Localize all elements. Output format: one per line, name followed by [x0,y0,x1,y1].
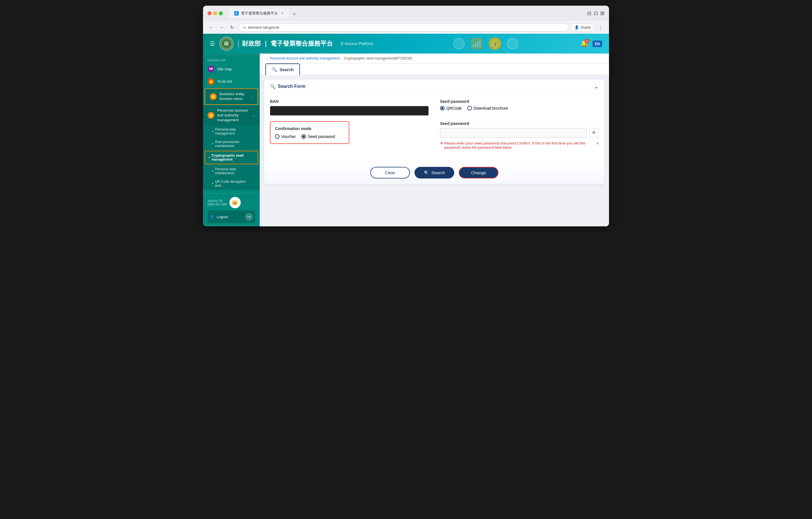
language-button[interactable]: EN [592,40,602,47]
header-logo-image: 🏛 [220,36,234,51]
active-tab[interactable]: E 電子發票整合服務平台 × [230,8,289,18]
breadcrumb: ::: Personnel account and authority mana… [260,54,609,63]
refresh-button[interactable]: ↻ [228,24,236,31]
search-form-collapse-button[interactable]: ⌄ [594,83,599,90]
header-title-en: E-Invoice Platform [341,41,373,46]
business-chevron-icon: › [252,95,253,99]
submenu-role-permission-label: Role permission maintenance [215,140,255,148]
guest-button[interactable]: 👤 Guest [571,24,594,31]
confirmation-mode-label: Confirmation mode [275,126,344,131]
qrcode-radio-option[interactable]: QRCode [440,106,462,111]
sidebar-submenu-personal-data[interactable]: • Personal data management [203,125,260,138]
deco-wifi-icon: 📶 [470,38,483,50]
service-tel-number: 0800-521-988 [207,203,227,206]
password-toggle-button[interactable]: 👁 [589,128,599,138]
logout-button[interactable]: 👤 Logout ↪ [207,211,255,223]
seed-password-radio-option[interactable]: Seed password [301,134,335,139]
forward-button[interactable]: → [218,24,226,31]
breadcrumb-parent-link[interactable]: Personnel account and authority manageme… [270,56,340,60]
tab-title: 電子發票整合服務平台 [241,11,278,16]
submenu-dot-2: • [212,142,213,146]
voucher-radio-button[interactable] [275,134,280,139]
header-menu-button[interactable]: ☰ [210,40,215,47]
seed-password-input-row: 👁 [440,128,599,138]
seed-password-type-label: Seed password [440,99,599,104]
breadcrumb-prefix: ::: [265,56,268,60]
sidebar-submenu-personal-data2[interactable]: • Personal data maintenance [203,165,260,177]
download-radio-option[interactable]: Download brochure [467,106,508,111]
confirmation-options: Voucher Seed password [275,134,344,139]
submenu-dot-4: • [212,169,213,173]
window-minimize-button[interactable]: ⊟ [587,10,591,17]
submenu-dot-5: • [212,182,213,186]
browser-titlebar: E 電子發票整合服務平台 × + ⊟ ⊡ ⊠ [203,6,609,21]
sitemap-icon: 🗺 [207,66,214,72]
sidebar-item-business-entity[interactable]: ⭐ Business entity function menu › [205,88,258,105]
search-tab-label: Search [280,67,294,72]
close-traffic-light[interactable] [207,11,211,15]
breadcrumb-separator: / [341,56,342,60]
voucher-radio-option[interactable]: Voucher [275,134,296,139]
tab-bar: E 電子發票整合服務平台 × + [225,8,585,18]
notice-text: Please enter your seed password and pres… [444,141,595,150]
sidebar-submenu-crypto-seed[interactable]: • Cryptographic seed management [205,151,258,164]
submenu-qr-decode-label: QR Code decryption and... [215,180,255,187]
confirmation-mode-box: Confirmation mode Voucher Se [270,121,349,144]
qrcode-radio-button[interactable] [440,106,444,111]
header-title-cn: 財政部 ｜ 電子發票整合服務平台 [238,39,333,48]
notification-button[interactable]: 🔔 0 [580,40,588,47]
header-actions: 🔔 0 EN [580,40,602,47]
ban-input[interactable] [270,106,429,116]
tab-close-button[interactable]: × [280,11,285,16]
sidebar-bottom: Service Tel 0800-521-988 🐱 👤 Logout ↪ [203,193,260,226]
change-button[interactable]: Change [459,167,498,179]
header-decorations: 📶 💰 [453,34,518,54]
form-row-1: BAN Seed password QRCode [270,99,599,116]
service-tel: Service Tel 0800-521-988 🐱 [207,197,255,208]
back-button[interactable]: ← [207,24,215,31]
sidebar-item-business-label: Business entity function menu [220,92,249,101]
logout-icon: 👤 [210,215,214,219]
traffic-lights [207,11,223,15]
address-bar[interactable]: ⊙ einvoice.nat.gov.tw [238,23,569,31]
seed-password-input-label: Seed password [440,121,599,126]
header-logo: 🏛 財政部 ｜ 電子發票整合服務平台 E-Invoice Platform [220,36,373,51]
window-close-button[interactable]: ⊠ [600,10,605,17]
download-radio-button[interactable] [467,106,472,111]
seed-password-input[interactable] [440,128,587,138]
browser-toolbar: ← → ↻ ⊙ einvoice.nat.gov.tw 👤 Guest ⋮ [203,21,609,34]
browser-more-button[interactable]: ⋮ [597,24,605,31]
personnel-icon: ⭐ [207,112,214,119]
sidebar-submenu-role-permission[interactable]: • Role permission maintenance [203,138,260,150]
svg-text:🏛: 🏛 [224,40,229,47]
seed-password-type-group: Seed password QRCode Download brochure [440,99,599,116]
sidebar-submenu-qr-decode[interactable]: • QR Code decryption and... [203,177,260,190]
search-form-title-icon: 🔍 [270,84,276,89]
sidebar-item-sitemap-label: Site map [217,67,255,72]
confirmation-mode-group: Confirmation mode Voucher Se [270,121,429,150]
search-button-icon: 🔍 [424,170,429,175]
app-header: ☰ 🏛 財政部 ｜ 電子發票整合服務平台 E-Invoice Platform … [203,34,609,54]
notice-close-button[interactable]: × [596,141,599,146]
sidebar-item-todo[interactable]: ⭐ To-do list [203,75,260,88]
seed-password-conf-radio-button[interactable] [301,134,306,139]
seed-password-options: QRCode Download brochure [440,106,599,111]
breadcrumb-current: Cryptographic seed management(BTC851W) [344,56,412,60]
maximize-traffic-light[interactable] [219,11,223,15]
window-maximize-button[interactable]: ⊡ [594,10,598,17]
sidebar-item-personnel[interactable]: ⭐ Personnel account and authority manage… [203,105,260,125]
business-entity-icon: ⭐ [210,93,216,100]
sidebar-submenu: • Personal data management • Role permis… [203,125,260,190]
search-button[interactable]: 🔍 Search [414,167,454,179]
sidebar-item-sitemap[interactable]: 🗺 Site map [203,63,260,75]
page-content: ::: Personnel account and authority mana… [260,54,609,226]
tab-favicon: E [234,11,239,16]
minimize-traffic-light[interactable] [213,11,217,15]
app-container: ☰ 🏛 財政部 ｜ 電子發票整合服務平台 E-Invoice Platform … [203,34,609,226]
logout-arrow-icon: ↪ [245,213,253,221]
new-tab-button[interactable]: + [290,10,298,18]
deco-circle-1 [453,38,465,49]
search-tab[interactable]: 🔍 Search [265,63,300,75]
ban-group: BAN [270,99,429,116]
clear-button[interactable]: Clear [370,167,410,179]
